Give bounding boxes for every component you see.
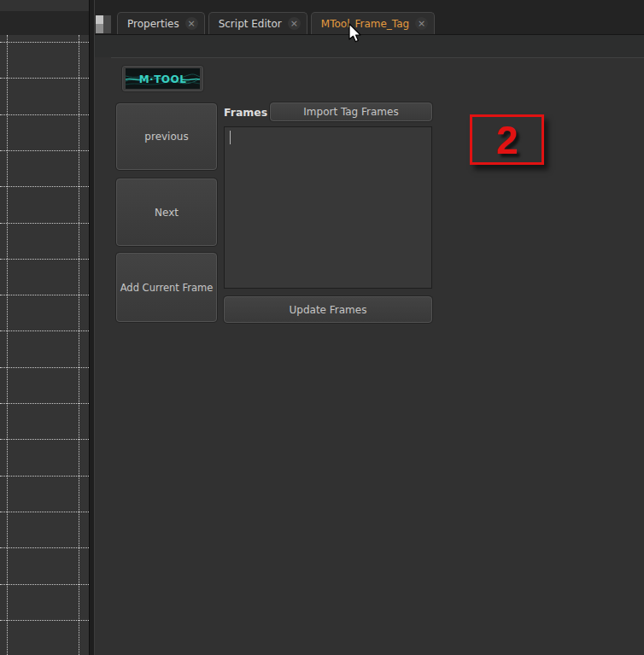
mtool-logo-text: M·TOOL xyxy=(139,73,187,85)
previous-button[interactable]: previous xyxy=(116,103,217,170)
mtool-logo-image: M·TOOL xyxy=(126,68,200,89)
frames-label: Frames xyxy=(224,106,267,119)
left-panel-header-band xyxy=(0,11,89,35)
panel-top-strip xyxy=(95,35,644,57)
close-icon[interactable]: × xyxy=(288,17,301,30)
tab-script-editor[interactable]: Script Editor × xyxy=(208,12,307,34)
mtool-panel: M·TOOL previous Next Add Current Frame F… xyxy=(95,35,644,655)
dotted-grid xyxy=(0,35,89,655)
tab-properties[interactable]: Properties × xyxy=(117,12,205,34)
pane-splitter[interactable] xyxy=(89,0,95,655)
tab-label: Properties xyxy=(127,18,179,30)
tab-bar: Properties × Script Editor × MTool_Frame… xyxy=(95,0,644,35)
import-tag-frames-button[interactable]: Import Tag Frames xyxy=(270,102,432,121)
left-panel-top-strip xyxy=(0,0,89,11)
tab-mtool-frame-tag[interactable]: MTool_Frame_Tag × xyxy=(311,12,435,34)
text-caret xyxy=(230,131,231,144)
mtool-logo: M·TOOL xyxy=(121,65,204,92)
annotation-step-box: 2 xyxy=(470,114,544,165)
left-panel xyxy=(0,0,89,655)
tab-label: MTool_Frame_Tag xyxy=(321,18,409,30)
annotation-step-number: 2 xyxy=(496,120,518,160)
close-icon[interactable]: × xyxy=(415,17,428,30)
close-icon[interactable]: × xyxy=(185,17,198,30)
next-button[interactable]: Next xyxy=(116,178,217,246)
panel-divider xyxy=(111,57,644,58)
tab-strip: Properties × Script Editor × MTool_Frame… xyxy=(117,12,438,34)
mouse-cursor-icon xyxy=(346,23,361,44)
update-frames-button[interactable]: Update Frames xyxy=(224,296,432,323)
tab-label: Script Editor xyxy=(219,18,282,30)
add-current-frame-button[interactable]: Add Current Frame xyxy=(116,253,217,322)
pane-menu-icon[interactable] xyxy=(96,15,111,33)
frames-textarea[interactable] xyxy=(224,126,432,289)
